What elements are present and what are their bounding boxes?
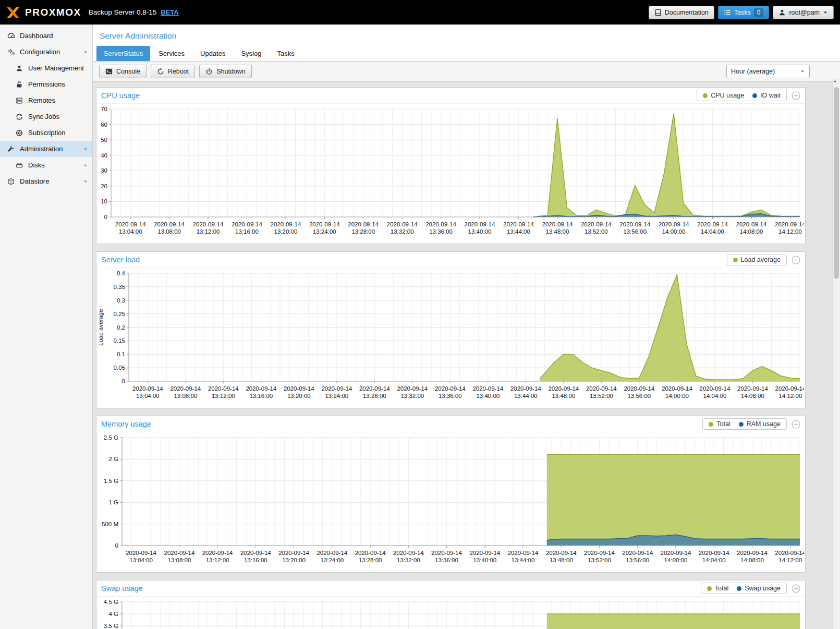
console-button[interactable]: Console (99, 65, 147, 78)
svg-text:0: 0 (104, 214, 107, 220)
user-menu-button[interactable]: root@pam (773, 6, 834, 19)
panels: CPU usageCPU usageIO wait010203040506070… (93, 82, 840, 629)
svg-text:50: 50 (101, 137, 107, 143)
svg-text:13:36:00: 13:36:00 (435, 557, 458, 563)
svg-text:14:00:00: 14:00:00 (665, 393, 689, 399)
svg-text:13:28:00: 13:28:00 (363, 393, 386, 399)
tab-bar: ServerStatusServicesUpdatesSyslogTasks (93, 43, 840, 62)
header-actions: Documentation Tasks 0 root@pam (649, 6, 834, 19)
svg-text:2 G: 2 G (108, 456, 118, 462)
svg-text:14:08:00: 14:08:00 (740, 228, 763, 235)
svg-text:2020-09-14: 2020-09-14 (425, 221, 456, 227)
collapse-panel-button[interactable] (792, 91, 800, 100)
svg-text:13:40:00: 13:40:00 (476, 393, 500, 399)
svg-text:13:12:00: 13:12:00 (197, 228, 220, 235)
svg-text:13:48:00: 13:48:00 (546, 228, 569, 235)
legend: Load average (727, 254, 787, 265)
svg-text:13:12:00: 13:12:00 (206, 557, 229, 563)
legend-label: RAM usage (747, 420, 781, 428)
svg-text:2020-09-14: 2020-09-14 (737, 550, 768, 556)
collapse-panel-button[interactable] (792, 256, 800, 264)
collapse-panel-button[interactable] (792, 584, 800, 593)
svg-text:0.2: 0.2 (117, 324, 125, 331)
legend: TotalSwap usage (701, 583, 787, 594)
svg-text:13:48:00: 13:48:00 (550, 557, 573, 563)
tab-syslog[interactable]: Syslog (234, 46, 269, 61)
svg-text:14:04:00: 14:04:00 (703, 393, 727, 399)
svg-text:2020-09-14: 2020-09-14 (355, 550, 386, 556)
legend-label: Total (716, 420, 730, 428)
tab-updates[interactable]: Updates (193, 46, 233, 61)
svg-text:40: 40 (101, 152, 107, 159)
svg-text:30: 30 (101, 167, 107, 174)
legend-dot (737, 586, 741, 591)
reboot-button[interactable]: Reboot (151, 65, 195, 78)
sidebar-item-datastore[interactable]: Datastore (0, 173, 92, 189)
svg-text:1 G: 1 G (108, 499, 118, 505)
tasks-button[interactable]: Tasks 0 (718, 6, 770, 19)
svg-text:2020-09-14: 2020-09-14 (619, 221, 650, 227)
caret-down-icon (83, 50, 88, 55)
tab-tasks[interactable]: Tasks (270, 46, 301, 61)
svg-text:13:56:00: 13:56:00 (627, 393, 651, 399)
sidebar-item-label: Disks (28, 161, 45, 169)
sidebar-item-administration[interactable]: Administration (0, 141, 92, 157)
panel-server-load: Server loadLoad average00.050.10.150.20.… (96, 251, 806, 408)
tab-services[interactable]: Services (151, 46, 192, 61)
beta-link[interactable]: BETA (161, 8, 178, 16)
svg-text:13:04:00: 13:04:00 (129, 557, 153, 563)
documentation-button[interactable]: Documentation (649, 6, 714, 19)
svg-text:2020-09-14: 2020-09-14 (503, 221, 534, 227)
caret-up-icon (833, 79, 840, 83)
svg-text:14:08:00: 14:08:00 (740, 557, 764, 563)
panel-header: Server loadLoad average (96, 252, 805, 268)
power-icon (205, 68, 213, 75)
legend-item: Total (707, 585, 728, 592)
legend: CPU usageIO wait (697, 90, 787, 101)
svg-text:13:32:00: 13:32:00 (400, 393, 424, 399)
sidebar-item-sync-jobs[interactable]: Sync Jobs (0, 108, 92, 125)
svg-text:2020-09-14: 2020-09-14 (309, 221, 340, 227)
scrollbar-thumb[interactable] (834, 87, 839, 279)
svg-text:2020-09-14: 2020-09-14 (316, 550, 347, 556)
scroll-up-button[interactable] (833, 79, 840, 86)
collapse-panel-button[interactable] (792, 420, 800, 429)
svg-text:2020-09-14: 2020-09-14 (508, 550, 539, 556)
tab-serverstatus[interactable]: ServerStatus (96, 46, 150, 61)
sidebar-item-label: User Management (28, 64, 84, 72)
minus-circle-icon (792, 420, 800, 429)
gears-icon (6, 48, 16, 56)
svg-text:2020-09-14: 2020-09-14 (115, 221, 146, 227)
sidebar-item-permissions[interactable]: Permissions (0, 76, 92, 92)
shutdown-button[interactable]: Shutdown (199, 65, 252, 78)
svg-text:13:32:00: 13:32:00 (397, 557, 420, 563)
sidebar-item-user-management[interactable]: User Management (0, 60, 92, 76)
svg-text:13:44:00: 13:44:00 (507, 228, 530, 235)
legend-item: Load average (733, 256, 781, 263)
sidebar-item-disks[interactable]: Disks (0, 157, 92, 173)
svg-text:500 M: 500 M (102, 521, 118, 527)
button-label: Console (116, 68, 140, 75)
svg-text:2020-09-14: 2020-09-14 (278, 550, 309, 556)
svg-text:2020-09-14: 2020-09-14 (736, 221, 767, 227)
svg-text:2020-09-14: 2020-09-14 (661, 550, 691, 556)
scrollbar (832, 79, 840, 629)
svg-text:0.25: 0.25 (114, 311, 125, 317)
chart-server-load: 00.050.10.150.20.250.30.350.42020-09-141… (96, 269, 804, 405)
svg-text:0.4: 0.4 (117, 270, 126, 276)
panel-title: Server load (101, 256, 140, 264)
svg-text:2020-09-14: 2020-09-14 (132, 385, 163, 392)
terminal-icon (105, 68, 113, 75)
legend-item: Total (709, 420, 730, 428)
sidebar-item-remotes[interactable]: Remotes (0, 92, 92, 108)
time-range-select[interactable]: Hour (average) (726, 65, 810, 78)
tachometer-icon (6, 32, 16, 40)
app-body: DashboardConfigurationUser ManagementPer… (0, 25, 840, 629)
sidebar-item-dashboard[interactable]: Dashboard (0, 28, 92, 44)
svg-text:2020-09-14: 2020-09-14 (662, 385, 692, 392)
legend-label: CPU usage (711, 92, 744, 99)
sidebar-item-subscription[interactable]: Subscription (0, 125, 92, 141)
sidebar-item-configuration[interactable]: Configuration (0, 44, 92, 60)
svg-text:0.3: 0.3 (117, 297, 125, 304)
svg-text:0.1: 0.1 (117, 351, 125, 357)
